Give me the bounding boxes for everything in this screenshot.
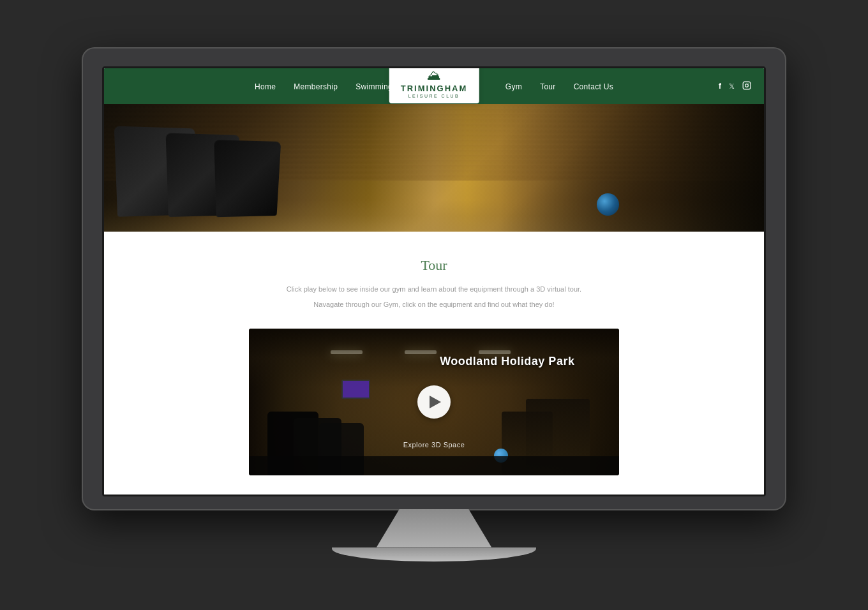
monitor-stand-base [332, 547, 536, 562]
virtual-tour-embed[interactable]: Woodland Holiday Park Explore 3D Space [249, 329, 619, 475]
tour-description-2: Navagate through our Gym, click on the e… [117, 299, 751, 311]
content-section: Tour Click play below to see inside our … [104, 232, 764, 494]
facebook-icon[interactable]: f [719, 82, 721, 91]
nav-item-home[interactable]: Home [246, 80, 285, 92]
nav-item-gym[interactable]: Gym [497, 80, 531, 92]
page-title: Tour [117, 257, 751, 274]
nav-item-contact[interactable]: Contact Us [565, 80, 622, 92]
video-floor [249, 456, 619, 475]
explore-label: Explore 3D Space [403, 441, 465, 449]
nav-link-membership[interactable]: Membership [285, 82, 347, 91]
svg-rect-0 [743, 82, 751, 89]
hero-image [104, 104, 764, 232]
monitor-body: Home Membership Swimming Pool ⛰ TRIMINGH… [83, 48, 785, 509]
nav-link-contact[interactable]: Contact Us [565, 82, 622, 91]
treadmill-3 [214, 140, 281, 218]
instagram-icon[interactable] [742, 81, 751, 92]
website: Home Membership Swimming Pool ⛰ TRIMINGH… [104, 68, 764, 494]
nav-link-tour[interactable]: Tour [531, 82, 565, 91]
right-machines [500, 104, 764, 232]
site-logo[interactable]: ⛰ TRIMINGHAM LEISURE CLUB [389, 66, 479, 103]
nav-link-home[interactable]: Home [246, 82, 285, 91]
nav-item-membership[interactable]: Membership [285, 80, 347, 92]
nav-links-right: Gym Tour Contact Us [497, 80, 622, 92]
video-title: Woodland Holiday Park [440, 355, 574, 368]
logo-name: TRIMINGHAM [401, 84, 468, 93]
svg-point-2 [749, 83, 749, 84]
nav-link-gym[interactable]: Gym [497, 82, 531, 91]
monitor-stand-neck [377, 509, 491, 547]
monitor: Home Membership Swimming Pool ⛰ TRIMINGH… [83, 48, 785, 561]
logo-sub: LEISURE CLUB [408, 94, 460, 98]
tour-description-1: Click play below to see inside our gym a… [117, 284, 751, 295]
play-button[interactable] [417, 385, 451, 419]
play-icon [430, 396, 441, 408]
nav-item-tour[interactable]: Tour [531, 80, 565, 92]
video-tv-screen [341, 380, 370, 399]
logo-icon: ⛰ [427, 68, 441, 82]
monitor-screen: Home Membership Swimming Pool ⛰ TRIMINGH… [102, 66, 766, 496]
social-links: f 𝕏 [719, 81, 751, 92]
svg-point-1 [745, 84, 749, 87]
navbar: Home Membership Swimming Pool ⛰ TRIMINGH… [104, 68, 764, 104]
twitter-icon[interactable]: 𝕏 [729, 82, 735, 91]
blue-exercise-ball [597, 193, 619, 216]
